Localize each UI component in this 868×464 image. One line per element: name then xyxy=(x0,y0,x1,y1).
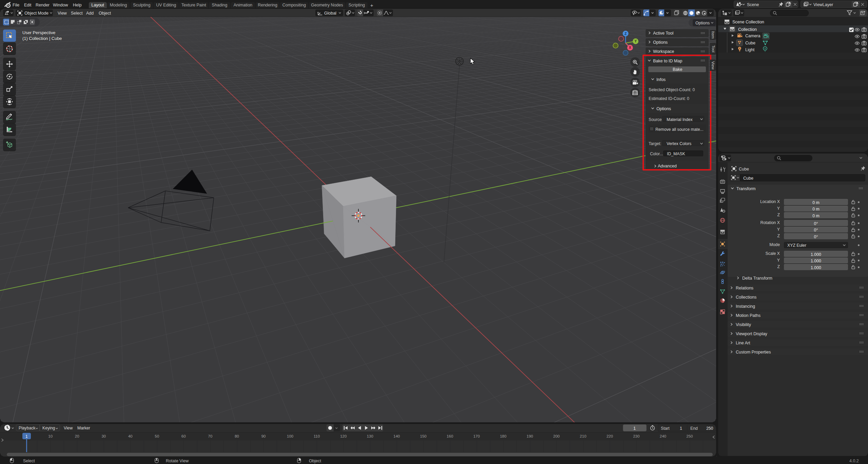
svg-text:Z: Z xyxy=(625,32,627,36)
svg-text:X: X xyxy=(629,46,631,49)
svg-text:Y: Y xyxy=(634,39,637,43)
